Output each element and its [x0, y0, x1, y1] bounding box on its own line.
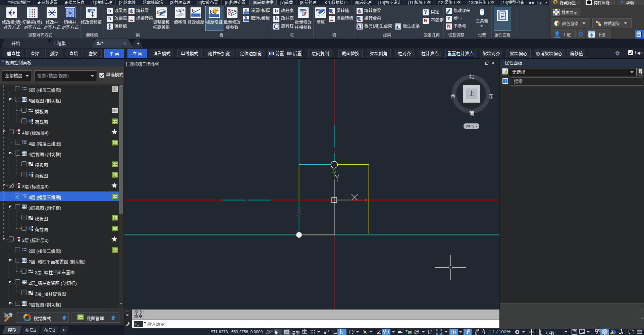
svg-text:!: !: [622, 332, 622, 334]
